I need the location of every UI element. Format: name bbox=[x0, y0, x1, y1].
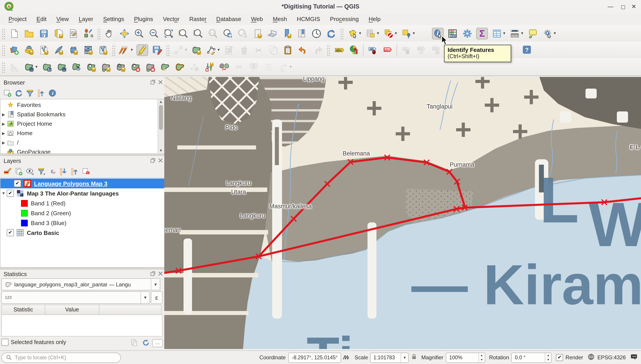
menu-mesh[interactable]: Mesh bbox=[268, 14, 292, 25]
layer-visibility-checkbox[interactable]: ✔ bbox=[7, 229, 14, 236]
layer-item-language-polygons-map-3[interactable]: ✔Language Polygons Map 3 bbox=[1, 178, 165, 188]
split-features-button[interactable]: ✂ bbox=[219, 62, 229, 72]
add-vector-layer-button[interactable]: * bbox=[24, 44, 34, 55]
help-button[interactable]: ? bbox=[521, 44, 532, 55]
processing-toolbox-button[interactable] bbox=[462, 28, 472, 39]
delete-ring-button[interactable] bbox=[130, 62, 141, 72]
layer-visibility-checkbox[interactable]: ✔ bbox=[7, 190, 14, 197]
undo-button[interactable] bbox=[297, 44, 308, 55]
browser-item--[interactable]: ▶ / bbox=[1, 138, 165, 147]
show-spatial-bookmarks-button[interactable] bbox=[296, 28, 307, 39]
open-attribute-table-button[interactable] bbox=[491, 28, 502, 39]
filter-browser-icon[interactable] bbox=[25, 88, 34, 98]
select-features-by-value-dropdown[interactable]: ▼ bbox=[376, 31, 380, 35]
menu-processing[interactable]: Processing bbox=[325, 14, 364, 25]
toolbar-handle[interactable] bbox=[340, 28, 344, 39]
browser-item-home[interactable]: ▶ Home bbox=[1, 128, 165, 138]
render-checkbox[interactable]: ✔ bbox=[556, 354, 563, 361]
menu-vector[interactable]: Vector bbox=[158, 14, 184, 25]
expand-arrow-icon[interactable]: ▶ bbox=[1, 122, 7, 126]
expand-arrow-icon[interactable]: ▶ bbox=[1, 140, 7, 145]
messages-icon[interactable] bbox=[630, 353, 639, 362]
maximize-button[interactable]: ▢ bbox=[618, 0, 628, 14]
minimize-button[interactable]: — bbox=[605, 0, 616, 14]
selected-features-checkbox[interactable] bbox=[1, 339, 9, 346]
layer-item-band-3-blue-[interactable]: Band 3 (Blue) bbox=[1, 218, 165, 228]
menu-settings[interactable]: Settings bbox=[98, 14, 129, 25]
collapse-arrow-icon[interactable]: ▼ bbox=[1, 191, 7, 196]
menu-view[interactable]: View bbox=[52, 14, 74, 25]
refresh-icon[interactable] bbox=[14, 88, 23, 98]
add-part-button[interactable]: * bbox=[101, 62, 111, 72]
browser-item-spatial-bookmarks[interactable]: ▶ Spatial Bookmarks bbox=[1, 110, 165, 119]
measure-line-dropdown[interactable]: ▼ bbox=[520, 31, 524, 35]
map-tips-button[interactable] bbox=[527, 28, 538, 39]
new-shapefile-layer-button[interactable]: * bbox=[53, 44, 64, 55]
close-button[interactable]: ✕ bbox=[628, 0, 639, 14]
offset-curve-button[interactable] bbox=[174, 62, 185, 72]
scale-feature-button[interactable] bbox=[71, 62, 82, 72]
scale-combo[interactable]: 1:101783 ▼ bbox=[370, 352, 409, 363]
statistical-summary-button[interactable]: Σ bbox=[476, 28, 487, 39]
browser-scrollbar[interactable]: ▲ ▼ bbox=[158, 99, 164, 153]
statistics-more-button[interactable]: … bbox=[152, 339, 163, 347]
toolbar-handle[interactable] bbox=[1, 28, 5, 39]
menu-hcmgis[interactable]: HCMGIS bbox=[292, 14, 325, 25]
zoom-in-button[interactable] bbox=[134, 28, 144, 39]
style-manager-button[interactable]: a bbox=[83, 28, 93, 39]
reshape-features-button[interactable] bbox=[160, 62, 170, 72]
crs-label[interactable]: EPSG:4326 bbox=[597, 354, 626, 361]
new-print-layout-button[interactable]: * bbox=[53, 28, 64, 39]
offset-point-symbols-button[interactable]: ↔ bbox=[56, 62, 67, 72]
save-project-button[interactable] bbox=[38, 28, 49, 39]
expand-all-icon[interactable] bbox=[59, 167, 68, 176]
zoom-last-button[interactable]: ◀ bbox=[222, 28, 233, 39]
toolbar-handle[interactable] bbox=[166, 44, 170, 56]
remove-layer-icon[interactable] bbox=[81, 167, 90, 176]
show-layout-manager-button[interactable] bbox=[68, 28, 79, 39]
toolbar-handle[interactable] bbox=[97, 28, 101, 39]
locate-search[interactable]: Type to locate (Ctrl+K) bbox=[1, 352, 121, 363]
measure-line-button[interactable] bbox=[509, 28, 520, 39]
coordinate-box[interactable]: -8.2917°, 125.0145° bbox=[288, 352, 341, 363]
pin-labels-button[interactable]: ab bbox=[367, 44, 378, 55]
highlight-pinned-labels-button[interactable]: abc bbox=[382, 44, 393, 55]
crs-globe-icon[interactable] bbox=[587, 353, 596, 362]
menu-edit[interactable]: Edit bbox=[32, 14, 52, 25]
current-edits-button[interactable] bbox=[119, 44, 130, 55]
run-feature-action-dropdown[interactable]: ▼ bbox=[553, 31, 557, 35]
delete-part-button[interactable] bbox=[145, 62, 156, 72]
selected-features-only[interactable]: Selected features only bbox=[1, 339, 66, 346]
browser-panel-buttons[interactable] bbox=[150, 80, 164, 85]
add-ring-button[interactable]: * bbox=[86, 62, 97, 72]
new-geopackage-layer-button[interactable]: * bbox=[38, 44, 49, 55]
rotate-feature-button[interactable]: ↻ bbox=[42, 62, 52, 72]
select-by-location-dropdown[interactable]: ▼ bbox=[412, 31, 416, 35]
statistics-table-header[interactable]: Statistic Value bbox=[1, 305, 162, 315]
browser-tree[interactable]: ★ Favorites▶ Spatial Bookmarks▶ Project … bbox=[0, 99, 165, 154]
new-spatial-bookmark-button[interactable]: * bbox=[281, 28, 292, 39]
filter-by-expression-icon[interactable]: ε bbox=[48, 167, 57, 176]
expand-arrow-icon[interactable]: ▶ bbox=[1, 112, 7, 116]
pan-map-button[interactable] bbox=[104, 28, 115, 39]
statistics-layer-combo[interactable]: language_polygons_map3_alor_pantar — Lan… bbox=[1, 278, 160, 290]
field-calculator-button[interactable] bbox=[447, 28, 458, 39]
select-by-location-button[interactable] bbox=[401, 28, 412, 39]
add-polygon-feature-button[interactable]: * bbox=[191, 44, 202, 55]
add-layer-icon[interactable] bbox=[3, 88, 12, 98]
toolbar-handle[interactable] bbox=[1, 44, 5, 56]
layer-item-map-3-the-alor-pantar-languages[interactable]: ▼✔Map 3 The Alor-Pantar languages bbox=[1, 188, 165, 198]
deselect-features-button[interactable] bbox=[383, 28, 394, 39]
open-attribute-table-dropdown[interactable]: ▼ bbox=[502, 31, 506, 35]
collapse-all-icon[interactable] bbox=[37, 88, 46, 98]
toggle-editing-button[interactable] bbox=[137, 44, 148, 55]
zoom-to-selection-button[interactable] bbox=[178, 28, 189, 39]
layers-panel-buttons[interactable] bbox=[150, 158, 164, 163]
new-gpx-layer-button[interactable]: * bbox=[97, 44, 108, 55]
refresh-map-button[interactable] bbox=[326, 28, 336, 39]
vertex-tool-button[interactable] bbox=[206, 44, 216, 55]
deselect-features-dropdown[interactable]: ▼ bbox=[394, 31, 398, 35]
rotation-spin[interactable]: 0.0 ° ▲▼ bbox=[511, 352, 552, 363]
recalculate-statistics-button[interactable] bbox=[142, 339, 151, 348]
copy-statistics-button[interactable] bbox=[130, 339, 139, 348]
